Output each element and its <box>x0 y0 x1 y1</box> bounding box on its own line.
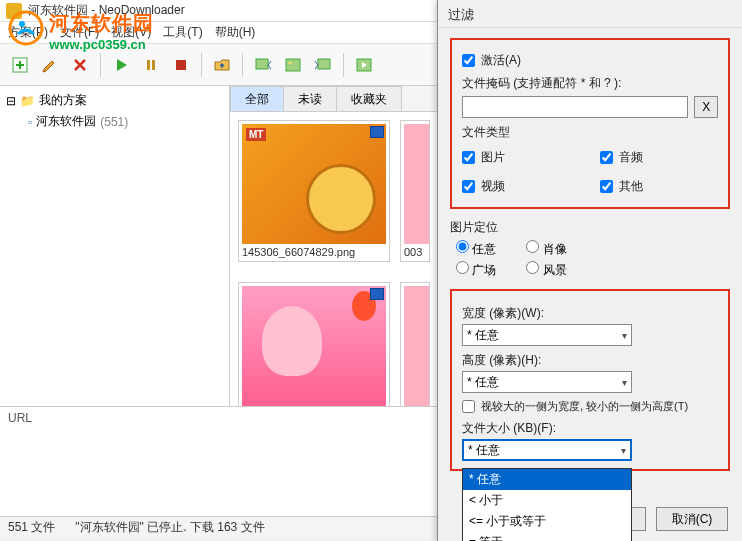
chevron-down-icon: ▾ <box>622 377 627 388</box>
dialog-title: 过滤 <box>438 0 742 28</box>
orient-landscape[interactable]: 风景 <box>526 261 566 279</box>
menu-file[interactable]: 文件(F) <box>60 24 99 41</box>
filesize-label: 文件大小 (KB)(F): <box>462 420 718 437</box>
thumbnail-caption: 003 <box>404 244 426 258</box>
image-prev-button[interactable] <box>249 51 277 79</box>
tree-panel: ⊟ 📁 我的方案 ▫ 河东软件园 (551) <box>0 86 230 406</box>
height-select[interactable]: * 任意▾ <box>462 371 632 393</box>
chevron-down-icon: ▾ <box>621 445 626 456</box>
pause-button[interactable] <box>137 51 165 79</box>
swap-label: 视较大的一侧为宽度, 较小的一侧为高度(T) <box>481 399 688 414</box>
svg-rect-3 <box>147 60 150 70</box>
width-select[interactable]: * 任意▾ <box>462 324 632 346</box>
svg-rect-9 <box>318 59 330 69</box>
mask-input[interactable] <box>462 96 688 118</box>
audio-label: 音频 <box>619 149 643 166</box>
orient-portrait[interactable]: 肖像 <box>526 240 566 258</box>
orient-portrait-radio[interactable] <box>526 240 539 253</box>
tree-child[interactable]: ▫ 河东软件园 (551) <box>4 111 225 132</box>
status-message: "河东软件园" 已停止. 下载 163 文件 <box>75 519 264 536</box>
video-label: 视频 <box>481 178 505 195</box>
swap-checkbox[interactable] <box>462 400 475 413</box>
filesize-select[interactable]: * 任意▾ <box>462 439 632 461</box>
width-label: 宽度 (像素)(W): <box>462 305 718 322</box>
image-badge-icon <box>370 126 384 138</box>
image-checkbox[interactable] <box>462 151 475 164</box>
separator <box>343 53 344 77</box>
tab-favorites[interactable]: 收藏夹 <box>336 86 402 111</box>
svg-rect-4 <box>152 60 155 70</box>
highlight-box-1: 激活(A) 文件掩码 (支持通配符 * 和 ? ): X 文件类型 图片 音频 … <box>450 38 730 209</box>
document-icon: ▫ <box>28 115 32 129</box>
menu-tools[interactable]: 工具(T) <box>163 24 202 41</box>
orient-any[interactable]: 任意 <box>456 240 496 258</box>
image-badge-icon <box>370 288 384 300</box>
video-checkbox[interactable] <box>462 180 475 193</box>
image-next-button[interactable] <box>309 51 337 79</box>
slideshow-button[interactable] <box>350 51 378 79</box>
status-file-count: 551 文件 <box>8 519 55 536</box>
thumbnail-item[interactable]: 1419 <box>400 282 430 406</box>
tree-child-count: (551) <box>100 115 128 129</box>
app-icon <box>6 3 22 19</box>
dropdown-option-lte[interactable]: <= 小于或等于 <box>463 511 631 532</box>
tab-unread[interactable]: 未读 <box>283 86 337 111</box>
separator <box>201 53 202 77</box>
folder-up-button[interactable] <box>208 51 236 79</box>
minus-icon: ⊟ <box>6 94 16 108</box>
orient-square-radio[interactable] <box>456 261 469 274</box>
svg-rect-7 <box>286 59 300 71</box>
orient-landscape-radio[interactable] <box>526 261 539 274</box>
edit-button[interactable] <box>36 51 64 79</box>
thumbnail-item[interactable]: 003 <box>400 120 430 262</box>
folder-icon: 📁 <box>20 94 35 108</box>
orientation-label: 图片定位 <box>450 219 730 236</box>
svg-rect-5 <box>176 60 186 70</box>
activate-label: 激活(A) <box>481 52 521 69</box>
menu-view[interactable]: 视图(V) <box>111 24 151 41</box>
chevron-down-icon: ▾ <box>622 330 627 341</box>
tree-root-label: 我的方案 <box>39 92 87 109</box>
tree-root[interactable]: ⊟ 📁 我的方案 <box>4 90 225 111</box>
filter-dialog: 过滤 激活(A) 文件掩码 (支持通配符 * 和 ? ): X 文件类型 图片 … <box>437 0 742 541</box>
svg-point-8 <box>289 61 292 64</box>
dropdown-option-any[interactable]: * 任意 <box>463 469 631 490</box>
tree-child-label: 河东软件园 <box>36 113 96 130</box>
menu-help[interactable]: 帮助(H) <box>215 24 256 41</box>
filetype-label: 文件类型 <box>462 124 718 141</box>
highlight-box-2: 宽度 (像素)(W): * 任意▾ 高度 (像素)(H): * 任意▾ 视较大的… <box>450 289 730 471</box>
add-button[interactable] <box>6 51 34 79</box>
svg-rect-6 <box>256 59 268 69</box>
play-button[interactable] <box>107 51 135 79</box>
dropdown-option-lt[interactable]: < 小于 <box>463 490 631 511</box>
audio-checkbox[interactable] <box>600 151 613 164</box>
orient-any-radio[interactable] <box>456 240 469 253</box>
menu-project[interactable]: 方案(P) <box>8 24 48 41</box>
mask-label: 文件掩码 (支持通配符 * 和 ? ): <box>462 75 718 92</box>
separator <box>100 53 101 77</box>
stop-button[interactable] <box>167 51 195 79</box>
thumbnail-item[interactable]: 145306_66074829.png <box>238 120 390 262</box>
other-checkbox[interactable] <box>600 180 613 193</box>
thumbnail-caption: 145306_66074829.png <box>242 244 386 258</box>
clear-mask-button[interactable]: X <box>694 96 718 118</box>
image-button[interactable] <box>279 51 307 79</box>
height-label: 高度 (像素)(H): <box>462 352 718 369</box>
dropdown-option-eq[interactable]: = 等于 <box>463 532 631 541</box>
cancel-button[interactable]: 取消(C) <box>656 507 728 531</box>
window-title: 河东软件园 - NeoDownloader <box>28 2 185 19</box>
separator <box>242 53 243 77</box>
activate-checkbox[interactable] <box>462 54 475 67</box>
delete-button[interactable] <box>66 51 94 79</box>
image-label: 图片 <box>481 149 505 166</box>
orient-square[interactable]: 广场 <box>456 261 496 279</box>
other-label: 其他 <box>619 178 643 195</box>
thumbnail-item[interactable]: 142431_20604318.png <box>238 282 390 406</box>
filesize-dropdown: * 任意 < 小于 <= 小于或等于 = 等于 <> 不等于 <box>462 468 632 541</box>
tab-all[interactable]: 全部 <box>230 86 284 111</box>
